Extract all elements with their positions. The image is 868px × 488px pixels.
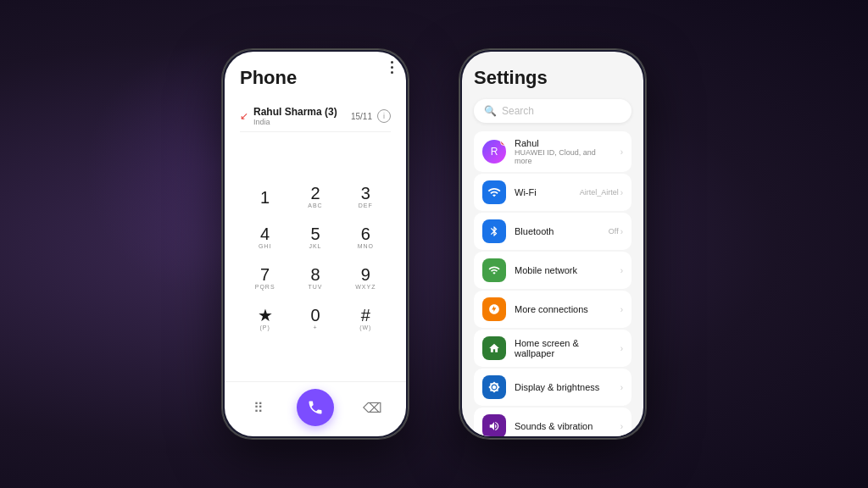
- mobile-network-label: Mobile network: [515, 265, 612, 275]
- home-screen-icon: [482, 336, 506, 360]
- settings-item-more-connections[interactable]: More connections ›: [474, 291, 632, 328]
- dial-key-0[interactable]: 0 +: [293, 301, 337, 338]
- more-connections-label: More connections: [515, 304, 612, 314]
- bluetooth-icon: [482, 219, 506, 243]
- phone-device: Phone ↙ Rahul Sharma (3) India 15/11 i: [222, 49, 409, 439]
- settings-item-bluetooth[interactable]: Bluetooth Off ›: [474, 213, 632, 250]
- dial-key-hash[interactable]: # (W): [343, 301, 387, 338]
- settings-item-profile[interactable]: R Rahul HUAWEI ID, Cloud, and more ›: [474, 131, 632, 172]
- dial-key-4[interactable]: 4 GHI: [243, 219, 287, 257]
- dial-key-3[interactable]: 3 DEF: [343, 179, 387, 216]
- chevron-right-icon: ›: [620, 383, 623, 392]
- profile-avatar: R: [482, 140, 506, 164]
- dial-key-7[interactable]: 7 PQRS: [243, 260, 287, 297]
- wifi-label: Wi-Fi: [515, 187, 571, 197]
- phone-app-title: Phone: [240, 67, 391, 89]
- chevron-right-icon: ›: [620, 147, 623, 157]
- sounds-icon: [482, 414, 506, 436]
- dialpad-toggle-button[interactable]: ⠿: [246, 395, 271, 420]
- dial-key-2[interactable]: 2 ABC: [293, 179, 337, 216]
- settings-title: Settings: [474, 67, 632, 89]
- more-connections-icon: [482, 297, 506, 321]
- bluetooth-label: Bluetooth: [515, 226, 600, 236]
- profile-sub: HUAWEI ID, Cloud, and more: [515, 148, 612, 165]
- chevron-right-icon: ›: [620, 305, 623, 314]
- dial-key-star[interactable]: ★ (P): [243, 301, 287, 338]
- recent-call-item[interactable]: ↙ Rahul Sharma (3) India 15/11 i: [240, 101, 391, 132]
- dial-key-1[interactable]: 1: [243, 179, 287, 216]
- display-icon: [482, 375, 506, 399]
- search-placeholder-text: Search: [502, 105, 534, 117]
- chevron-right-icon: ›: [620, 266, 623, 275]
- chevron-right-icon: ›: [620, 227, 623, 236]
- home-screen-label: Home screen & wallpaper: [515, 338, 612, 358]
- chevron-right-icon: ›: [620, 422, 623, 431]
- caller-country: India: [253, 118, 337, 126]
- dial-key-8[interactable]: 8 TUV: [293, 260, 337, 297]
- settings-item-wifi[interactable]: Wi-Fi Airtel_Airtel ›: [474, 174, 632, 211]
- settings-item-sounds[interactable]: Sounds & vibration ›: [474, 408, 632, 436]
- caller-name: Rahul Sharma (3): [253, 106, 337, 118]
- mobile-network-icon: [482, 258, 506, 282]
- bluetooth-value: Off: [609, 227, 619, 236]
- missed-call-icon: ↙: [240, 110, 248, 122]
- dial-key-9[interactable]: 9 WXYZ: [343, 260, 387, 297]
- backspace-button[interactable]: ⌫: [359, 395, 385, 420]
- wifi-icon: [482, 180, 506, 204]
- call-count: 15/11: [351, 112, 372, 121]
- chevron-right-icon: ›: [620, 188, 623, 197]
- overflow-menu-button[interactable]: [391, 61, 393, 74]
- settings-app: Settings 🔍 Search R Rahul HUAWEI ID, Clo…: [462, 52, 643, 436]
- call-button[interactable]: [297, 389, 334, 426]
- dial-key-5[interactable]: 5 JKL: [293, 219, 337, 257]
- dial-key-6[interactable]: 6 MNO: [343, 219, 387, 257]
- phone-bottom-bar: ⠿ ⌫: [225, 381, 406, 436]
- settings-item-mobile-network[interactable]: Mobile network ›: [474, 252, 632, 289]
- wifi-value: Airtel_Airtel: [580, 188, 619, 197]
- dialpad: 1 2 ABC 3 DEF 4 GHI: [240, 139, 391, 381]
- settings-list: R Rahul HUAWEI ID, Cloud, and more ›: [474, 131, 632, 436]
- settings-item-display[interactable]: Display & brightness ›: [474, 369, 632, 406]
- profile-name: Rahul: [515, 138, 612, 148]
- settings-item-home-screen[interactable]: Home screen & wallpaper ›: [474, 330, 632, 367]
- sounds-label: Sounds & vibration: [515, 421, 612, 431]
- search-icon: 🔍: [484, 105, 497, 117]
- call-info-button[interactable]: i: [377, 109, 391, 123]
- phone-app: Phone ↙ Rahul Sharma (3) India 15/11 i: [225, 52, 406, 381]
- settings-device: Settings 🔍 Search R Rahul HUAWEI ID, Clo…: [459, 49, 646, 439]
- chevron-right-icon: ›: [620, 344, 623, 353]
- settings-search-bar[interactable]: 🔍 Search: [474, 99, 632, 123]
- display-label: Display & brightness: [515, 382, 612, 392]
